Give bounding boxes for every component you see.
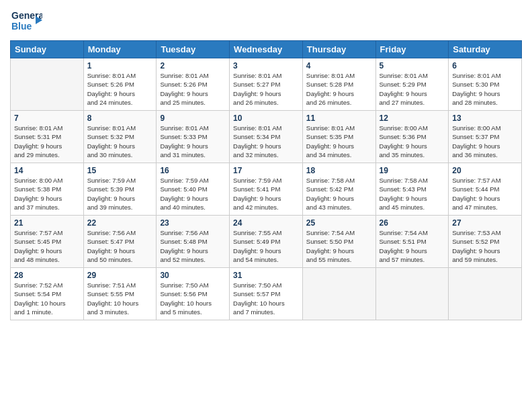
day-info: Sunrise: 8:01 AM Sunset: 5:31 PM Dayligh… <box>14 124 80 159</box>
logo-icon: General Blue <box>10 7 42 35</box>
header-row: SundayMondayTuesdayWednesdayThursdayFrid… <box>11 41 522 58</box>
day-cell <box>302 268 375 320</box>
day-number: 1 <box>87 61 153 71</box>
day-cell <box>375 268 449 320</box>
day-cell: 27Sunrise: 7:53 AM Sunset: 5:52 PM Dayli… <box>449 216 522 268</box>
day-header-wednesday: Wednesday <box>230 41 303 58</box>
day-cell: 18Sunrise: 7:58 AM Sunset: 5:42 PM Dayli… <box>302 163 375 216</box>
day-cell: 6Sunrise: 8:01 AM Sunset: 5:30 PM Daylig… <box>449 58 522 111</box>
day-cell: 16Sunrise: 7:59 AM Sunset: 5:40 PM Dayli… <box>157 163 230 216</box>
svg-text:Blue: Blue <box>11 21 32 32</box>
day-cell: 15Sunrise: 7:59 AM Sunset: 5:39 PM Dayli… <box>83 163 157 216</box>
day-cell: 2Sunrise: 8:01 AM Sunset: 5:26 PM Daylig… <box>157 58 230 111</box>
day-info: Sunrise: 7:54 AM Sunset: 5:50 PM Dayligh… <box>306 228 372 264</box>
day-number: 29 <box>87 271 153 280</box>
calendar-table: SundayMondayTuesdayWednesdayThursdayFrid… <box>10 40 522 320</box>
day-cell: 1Sunrise: 8:01 AM Sunset: 5:26 PM Daylig… <box>83 58 157 111</box>
day-info: Sunrise: 7:55 AM Sunset: 5:49 PM Dayligh… <box>233 228 299 264</box>
day-number: 22 <box>87 218 153 228</box>
day-number: 18 <box>306 166 372 175</box>
day-info: Sunrise: 7:57 AM Sunset: 5:44 PM Dayligh… <box>452 176 518 212</box>
day-cell: 29Sunrise: 7:51 AM Sunset: 5:55 PM Dayli… <box>83 268 157 320</box>
day-info: Sunrise: 8:01 AM Sunset: 5:27 PM Dayligh… <box>233 71 299 107</box>
week-row-3: 21Sunrise: 7:57 AM Sunset: 5:45 PM Dayli… <box>11 216 522 268</box>
day-info: Sunrise: 7:53 AM Sunset: 5:52 PM Dayligh… <box>452 228 518 264</box>
day-header-tuesday: Tuesday <box>157 41 230 58</box>
day-cell: 8Sunrise: 8:01 AM Sunset: 5:32 PM Daylig… <box>83 111 157 163</box>
day-number: 14 <box>14 166 80 175</box>
day-number: 31 <box>233 271 299 280</box>
day-number: 19 <box>380 166 445 175</box>
day-info: Sunrise: 8:01 AM Sunset: 5:33 PM Dayligh… <box>160 124 226 159</box>
day-cell: 22Sunrise: 7:56 AM Sunset: 5:47 PM Dayli… <box>83 216 157 268</box>
header: General Blue <box>10 7 522 35</box>
day-number: 8 <box>87 113 153 123</box>
day-info: Sunrise: 7:54 AM Sunset: 5:51 PM Dayligh… <box>380 228 445 264</box>
day-cell: 10Sunrise: 8:01 AM Sunset: 5:34 PM Dayli… <box>230 111 303 163</box>
day-info: Sunrise: 7:56 AM Sunset: 5:47 PM Dayligh… <box>87 228 153 264</box>
day-cell: 28Sunrise: 7:52 AM Sunset: 5:54 PM Dayli… <box>11 268 84 320</box>
day-info: Sunrise: 7:58 AM Sunset: 5:42 PM Dayligh… <box>306 176 372 212</box>
day-header-monday: Monday <box>83 41 157 58</box>
day-info: Sunrise: 8:01 AM Sunset: 5:34 PM Dayligh… <box>233 124 299 159</box>
day-info: Sunrise: 7:56 AM Sunset: 5:48 PM Dayligh… <box>160 228 226 264</box>
day-number: 15 <box>87 166 153 175</box>
day-number: 30 <box>160 271 226 280</box>
day-number: 3 <box>233 61 299 71</box>
day-info: Sunrise: 8:01 AM Sunset: 5:29 PM Dayligh… <box>380 71 445 107</box>
day-cell: 9Sunrise: 8:01 AM Sunset: 5:33 PM Daylig… <box>157 111 230 163</box>
week-row-2: 14Sunrise: 8:00 AM Sunset: 5:38 PM Dayli… <box>11 163 522 216</box>
week-row-1: 7Sunrise: 8:01 AM Sunset: 5:31 PM Daylig… <box>11 111 522 163</box>
day-info: Sunrise: 7:51 AM Sunset: 5:55 PM Dayligh… <box>87 281 153 316</box>
day-info: Sunrise: 7:57 AM Sunset: 5:45 PM Dayligh… <box>14 228 80 264</box>
day-info: Sunrise: 8:01 AM Sunset: 5:26 PM Dayligh… <box>87 71 153 107</box>
day-info: Sunrise: 7:59 AM Sunset: 5:39 PM Dayligh… <box>87 176 153 212</box>
day-header-thursday: Thursday <box>302 41 375 58</box>
day-number: 17 <box>233 166 299 175</box>
day-cell: 14Sunrise: 8:00 AM Sunset: 5:38 PM Dayli… <box>11 163 84 216</box>
day-header-saturday: Saturday <box>449 41 522 58</box>
day-cell: 19Sunrise: 7:58 AM Sunset: 5:43 PM Dayli… <box>375 163 449 216</box>
day-info: Sunrise: 7:50 AM Sunset: 5:57 PM Dayligh… <box>233 281 299 316</box>
day-info: Sunrise: 8:00 AM Sunset: 5:38 PM Dayligh… <box>14 176 80 212</box>
day-info: Sunrise: 8:00 AM Sunset: 5:37 PM Dayligh… <box>452 124 518 159</box>
day-number: 4 <box>306 61 372 71</box>
day-info: Sunrise: 8:01 AM Sunset: 5:28 PM Dayligh… <box>306 71 372 107</box>
day-cell <box>449 268 522 320</box>
day-number: 26 <box>380 218 445 228</box>
day-info: Sunrise: 7:50 AM Sunset: 5:56 PM Dayligh… <box>160 281 226 316</box>
day-number: 2 <box>160 61 226 71</box>
day-header-friday: Friday <box>375 41 449 58</box>
day-info: Sunrise: 8:01 AM Sunset: 5:30 PM Dayligh… <box>452 71 518 107</box>
day-cell: 26Sunrise: 7:54 AM Sunset: 5:51 PM Dayli… <box>375 216 449 268</box>
day-number: 13 <box>452 113 518 123</box>
calendar-container: General Blue SundayMondayTuesdayWednesda… <box>0 0 532 411</box>
day-number: 25 <box>306 218 372 228</box>
day-number: 10 <box>233 113 299 123</box>
day-cell: 11Sunrise: 8:01 AM Sunset: 5:35 PM Dayli… <box>302 111 375 163</box>
day-number: 12 <box>380 113 445 123</box>
day-number: 5 <box>380 61 445 71</box>
day-info: Sunrise: 7:52 AM Sunset: 5:54 PM Dayligh… <box>14 281 80 316</box>
day-header-sunday: Sunday <box>11 41 84 58</box>
day-cell: 24Sunrise: 7:55 AM Sunset: 5:49 PM Dayli… <box>230 216 303 268</box>
day-cell: 4Sunrise: 8:01 AM Sunset: 5:28 PM Daylig… <box>302 58 375 111</box>
day-info: Sunrise: 8:01 AM Sunset: 5:35 PM Dayligh… <box>306 124 372 159</box>
day-info: Sunrise: 7:59 AM Sunset: 5:41 PM Dayligh… <box>233 176 299 212</box>
day-info: Sunrise: 8:01 AM Sunset: 5:26 PM Dayligh… <box>160 71 226 107</box>
day-cell: 7Sunrise: 8:01 AM Sunset: 5:31 PM Daylig… <box>11 111 84 163</box>
day-info: Sunrise: 7:59 AM Sunset: 5:40 PM Dayligh… <box>160 176 226 212</box>
day-number: 16 <box>160 166 226 175</box>
day-info: Sunrise: 8:01 AM Sunset: 5:32 PM Dayligh… <box>87 124 153 159</box>
day-info: Sunrise: 8:00 AM Sunset: 5:36 PM Dayligh… <box>380 124 445 159</box>
day-number: 11 <box>306 113 372 123</box>
day-number: 28 <box>14 271 80 280</box>
day-number: 27 <box>452 218 518 228</box>
day-cell <box>11 58 84 111</box>
day-cell: 31Sunrise: 7:50 AM Sunset: 5:57 PM Dayli… <box>230 268 303 320</box>
week-row-0: 1Sunrise: 8:01 AM Sunset: 5:26 PM Daylig… <box>11 58 522 111</box>
day-number: 6 <box>452 61 518 71</box>
day-cell: 25Sunrise: 7:54 AM Sunset: 5:50 PM Dayli… <box>302 216 375 268</box>
day-number: 20 <box>452 166 518 175</box>
day-number: 7 <box>14 113 80 123</box>
